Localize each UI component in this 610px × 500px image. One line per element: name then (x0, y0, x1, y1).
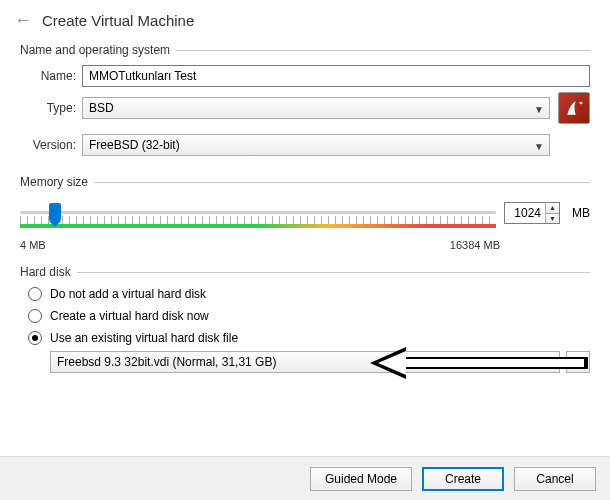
memory-unit: MB (572, 206, 590, 220)
chevron-down-icon: ▼ (534, 102, 544, 118)
group-harddisk-label: Hard disk (20, 265, 77, 279)
browse-disk-button[interactable] (566, 351, 590, 373)
existing-disk-select[interactable]: Freebsd 9.3 32bit.vdi (Normal, 31,31 GB)… (50, 351, 560, 373)
radio-icon (28, 331, 42, 345)
memory-slider[interactable] (20, 201, 496, 225)
radio-existing-disk[interactable]: Use an existing virtual hard disk file (28, 331, 590, 345)
version-select-value: FreeBSD (32-bit) (89, 138, 180, 152)
radio-create-disk[interactable]: Create a virtual hard disk now (28, 309, 590, 323)
spinner-up[interactable]: ▲ (546, 203, 559, 214)
radio-label: Use an existing virtual hard disk file (50, 331, 238, 345)
radio-icon (28, 309, 42, 323)
radio-label: Do not add a virtual hard disk (50, 287, 206, 301)
memory-min-label: 4 MB (20, 239, 46, 251)
divider (77, 272, 590, 273)
memory-spinner[interactable]: ▲ ▼ (504, 202, 560, 224)
type-select-value: BSD (89, 101, 114, 115)
create-button[interactable]: Create (422, 467, 504, 491)
radio-no-disk[interactable]: Do not add a virtual hard disk (28, 287, 590, 301)
name-label: Name: (20, 69, 82, 83)
version-label: Version: (20, 138, 82, 152)
chevron-down-icon: ▼ (534, 139, 544, 155)
chevron-down-icon: ▼ (544, 356, 554, 372)
memory-max-label: 16384 MB (450, 239, 500, 251)
cancel-button[interactable]: Cancel (514, 467, 596, 491)
type-select[interactable]: BSD ▼ (82, 97, 550, 119)
memory-value-input[interactable] (505, 203, 545, 223)
group-memory-label: Memory size (20, 175, 94, 189)
os-icon (558, 92, 590, 124)
divider (94, 182, 590, 183)
dialog-title: Create Virtual Machine (42, 12, 194, 29)
existing-disk-value: Freebsd 9.3 32bit.vdi (Normal, 31,31 GB) (57, 355, 276, 369)
spinner-down[interactable]: ▼ (546, 214, 559, 224)
version-select[interactable]: FreeBSD (32-bit) ▼ (82, 134, 550, 156)
divider (176, 50, 590, 51)
type-label: Type: (20, 101, 82, 115)
name-input[interactable] (82, 65, 590, 87)
back-arrow-icon[interactable]: ← (14, 10, 34, 31)
guided-mode-button[interactable]: Guided Mode (310, 467, 412, 491)
radio-label: Create a virtual hard disk now (50, 309, 209, 323)
memory-slider-thumb[interactable] (49, 203, 61, 221)
group-name-os-label: Name and operating system (20, 43, 176, 57)
radio-icon (28, 287, 42, 301)
